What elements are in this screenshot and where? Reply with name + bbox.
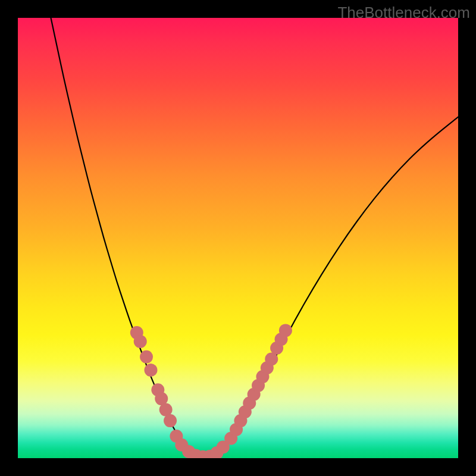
- data-dot: [164, 414, 177, 427]
- data-dot: [144, 364, 157, 377]
- data-dot: [134, 335, 147, 348]
- data-dots: [130, 324, 292, 458]
- data-dot: [279, 324, 292, 337]
- watermark-text: TheBottleneck.com: [337, 4, 470, 22]
- bottleneck-curve: [18, 18, 458, 458]
- plot-area: [18, 18, 458, 458]
- chart-frame: [18, 18, 458, 458]
- data-dot: [140, 350, 153, 364]
